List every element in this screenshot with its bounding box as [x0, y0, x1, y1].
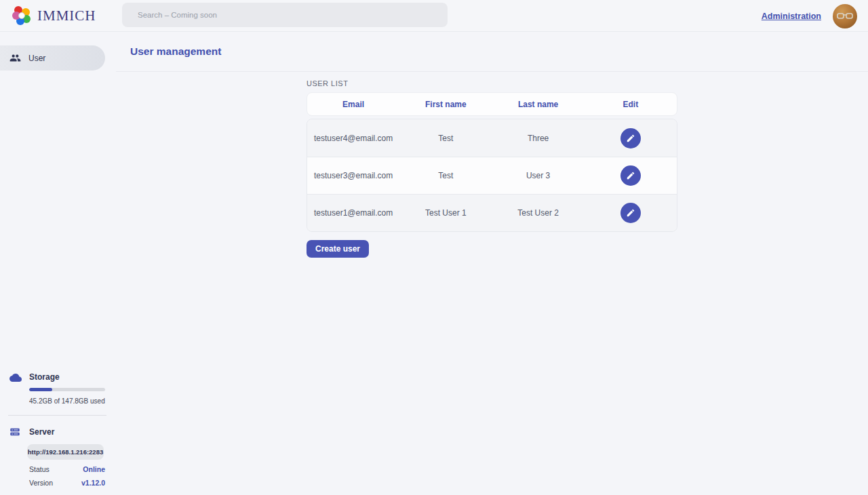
- administration-link[interactable]: Administration: [762, 12, 821, 21]
- storage-usage-text: 45.2GB of 147.8GB used: [29, 397, 116, 405]
- server-title: Server: [29, 427, 116, 437]
- sidebar-item-user-label: User: [28, 54, 45, 63]
- edit-user-button[interactable]: [620, 128, 641, 148]
- col-header-last-name: Last name: [492, 100, 585, 109]
- cell-last-name: Test User 2: [492, 208, 585, 218]
- sidebar-item-user[interactable]: User: [0, 45, 105, 71]
- table-row: testuser1@email.com Test User 1 Test Use…: [307, 194, 677, 231]
- storage-progress-bar: [29, 388, 105, 391]
- user-list-block: USER LIST Email First name Last name Edi…: [307, 79, 677, 258]
- sidebar-footer: Storage 45.2GB of 147.8GB used Server h: [0, 372, 116, 495]
- server-icon: [9, 427, 20, 440]
- server-version-row: Version v1.12.0: [29, 479, 105, 487]
- cell-last-name: Three: [492, 134, 585, 143]
- storage-section: Storage 45.2GB of 147.8GB used: [0, 372, 116, 405]
- col-header-edit: Edit: [585, 100, 677, 109]
- status-value: Online: [83, 465, 105, 473]
- version-label: Version: [29, 479, 53, 487]
- cell-email: testuser3@email.com: [307, 171, 399, 180]
- version-value: v1.12.0: [81, 479, 105, 487]
- page-title-bar: User management: [116, 32, 868, 72]
- main-content: User management USER LIST Email First na…: [116, 32, 868, 495]
- edit-user-button[interactable]: [620, 165, 641, 186]
- user-table-header: Email First name Last name Edit: [307, 92, 677, 116]
- storage-progress-fill: [29, 388, 52, 391]
- cloud-icon: [9, 372, 22, 387]
- immich-logo-icon: [12, 6, 31, 25]
- sidebar-divider: [8, 415, 106, 416]
- cell-email: testuser4@email.com: [307, 134, 399, 143]
- brand-title: IMMICH: [37, 7, 96, 24]
- table-row: testuser3@email.com Test User 3: [307, 157, 677, 194]
- cell-email: testuser1@email.com: [307, 208, 399, 218]
- cell-last-name: User 3: [492, 171, 585, 180]
- server-url-badge: http://192.168.1.216:2283: [27, 444, 104, 460]
- server-status-row: Status Online: [29, 465, 105, 473]
- user-avatar[interactable]: [833, 4, 857, 28]
- col-header-email: Email: [307, 100, 399, 109]
- page-title: User management: [130, 45, 221, 58]
- user-list-label: USER LIST: [307, 79, 677, 87]
- edit-user-button[interactable]: [620, 203, 641, 223]
- pencil-icon: [626, 171, 635, 180]
- admin-sidebar: User Storage 45.2GB of 147.8GB used: [0, 32, 116, 495]
- users-icon: [9, 52, 21, 64]
- cell-first-name: Test User 1: [399, 208, 492, 218]
- navbar-right: Administration: [762, 0, 857, 32]
- pencil-icon: [626, 208, 635, 218]
- avatar-glasses-decoration: [837, 13, 853, 19]
- create-user-button[interactable]: Create user: [307, 240, 369, 258]
- cell-first-name: Test: [399, 171, 492, 180]
- storage-title: Storage: [29, 372, 116, 382]
- table-row: testuser4@email.com Test Three: [307, 119, 677, 157]
- server-section: Server http://192.168.1.216:2283 Status …: [0, 427, 116, 487]
- search-input[interactable]: [122, 3, 448, 27]
- cell-first-name: Test: [399, 134, 492, 143]
- top-navbar: IMMICH Administration: [0, 0, 868, 32]
- status-label: Status: [29, 465, 50, 473]
- user-table-body: testuser4@email.com Test Three testuser3…: [307, 119, 677, 232]
- immich-brand[interactable]: IMMICH: [0, 6, 96, 25]
- col-header-first-name: First name: [399, 100, 492, 109]
- pencil-icon: [626, 134, 635, 143]
